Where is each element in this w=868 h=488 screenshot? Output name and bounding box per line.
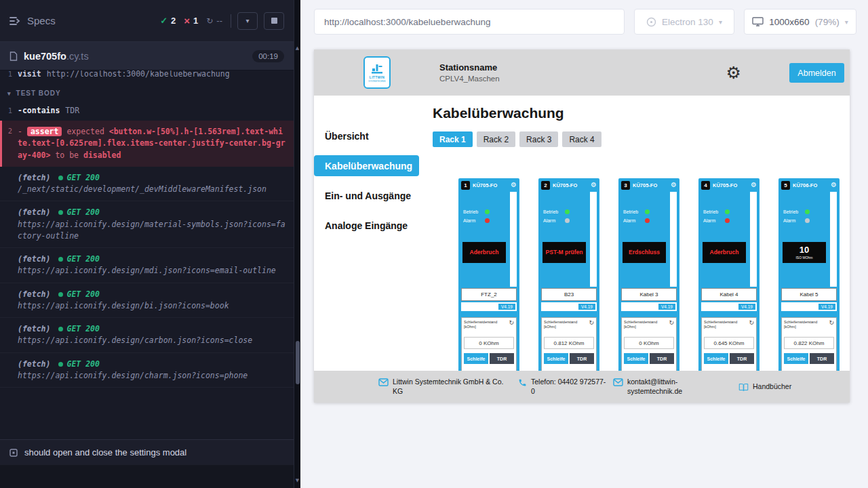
schleife-button[interactable]: Schleife — [704, 353, 728, 364]
assert-to-be: to be — [55, 150, 79, 160]
tab-rack-2[interactable]: Rack 2 — [477, 131, 515, 147]
command-number: 1 — [0, 106, 18, 115]
betrieb-label: Betrieb — [783, 209, 805, 214]
command-arg: http://localhost:3000/kabelueberwachung — [47, 70, 230, 79]
fetch-label: (fetch) — [18, 254, 50, 264]
command-visit[interactable]: 1 visithttp://localhost:3000/kabelueberw… — [0, 70, 294, 82]
tdr-button[interactable]: TDR — [730, 353, 754, 364]
reporter-scrollbar[interactable]: ▲ ▼ — [294, 0, 300, 488]
tab-rack-4[interactable]: Rack 4 — [562, 131, 601, 147]
loop-resistance-label: Schleifenwiderstand [kOhm] — [784, 320, 827, 329]
command-contains[interactable]: 1 -containsTDR — [0, 102, 294, 119]
status-display: Erdschluss — [623, 242, 666, 263]
card-gear-icon[interactable]: ⚙ — [591, 182, 597, 188]
betrieb-led — [485, 209, 490, 214]
electron-icon — [646, 17, 656, 27]
fetch-log-entry[interactable]: (fetch)GET 200 https://api.iconify.desig… — [0, 201, 294, 248]
card-number: 2 — [541, 181, 550, 190]
refresh-icon[interactable]: ↻ — [749, 320, 754, 326]
refresh-icon[interactable]: ↻ — [829, 320, 834, 326]
browser-select[interactable]: Electron 130 ▾ — [634, 9, 734, 35]
fetch-label: (fetch) — [18, 359, 50, 369]
status-display: PST-M prüfen — [542, 242, 586, 263]
nav-item-analoge-eingaenge[interactable]: Analoge Eingänge — [314, 215, 419, 236]
scroll-down-icon[interactable]: ▼ — [294, 476, 300, 485]
card-number: 3 — [621, 181, 630, 190]
footer-phone: Telefon: 04402 972577-0 — [518, 378, 613, 396]
fetch-log-entry[interactable]: (fetch)GET 200 /_next/static/development… — [0, 167, 294, 202]
card-gear-icon[interactable]: ⚙ — [671, 182, 677, 188]
schleife-button[interactable]: Schleife — [544, 353, 568, 364]
test-box-icon — [9, 449, 18, 457]
loop-resistance-value: 0.812 KOhm — [544, 337, 594, 349]
alarm-led — [565, 218, 570, 223]
stop-run-button[interactable] — [264, 12, 284, 30]
tdr-button[interactable]: TDR — [570, 353, 594, 364]
tab-rack-1[interactable]: Rack 1 — [433, 131, 473, 147]
card-gear-icon[interactable]: ⚙ — [751, 182, 757, 188]
measurement-panel: Schleifenwiderstand [kOhm]↻ 0 KOhm Schle… — [461, 317, 517, 371]
app-header: LITTWIN SYSTEMTECHNIK Stationsname CPLV4… — [314, 49, 850, 96]
loop-resistance-value: 0 KOhm — [464, 337, 514, 349]
tdr-button[interactable]: TDR — [490, 353, 514, 364]
fetch-status: GET 200 — [66, 324, 99, 333]
footer-email[interactable]: kontakt@littwin-systemtechnik.de — [613, 378, 735, 396]
sidebar-nav: Übersicht Kabelüberwachung Ein- und Ausg… — [314, 96, 419, 371]
scroll-up-icon[interactable]: ▲ — [294, 43, 300, 53]
pending-test-item[interactable]: should open and close the settings modal — [0, 439, 294, 465]
tdr-button[interactable]: TDR — [650, 353, 674, 364]
refresh-icon[interactable]: ↻ — [669, 320, 674, 326]
settings-gear-icon[interactable]: ⚙ — [726, 64, 741, 81]
firmware-version: V4.19 — [818, 304, 835, 310]
card-gear-icon[interactable]: ⚙ — [831, 182, 837, 188]
cable-name: Kabel 5 — [781, 288, 837, 301]
tab-rack-3[interactable]: Rack 3 — [519, 131, 558, 147]
fetch-log-entry[interactable]: (fetch)GET 200 https://api.iconify.desig… — [0, 318, 294, 353]
card-model: KÜ705-FO — [713, 182, 748, 188]
nav-item-ein-und-ausgaenge[interactable]: Ein- und Ausgänge — [314, 185, 419, 206]
alarm-label: Alarm — [463, 218, 485, 223]
loop-resistance-label: Schleifenwiderstand [kOhm] — [624, 320, 667, 329]
scrollbar-thumb[interactable] — [296, 341, 300, 384]
status-display: Aderbruch — [462, 242, 506, 263]
logout-button[interactable]: Abmelden — [789, 63, 844, 83]
app-frame: LITTWIN SYSTEMTECHNIK Stationsname CPLV4… — [314, 49, 850, 403]
nav-item-kabelueberwachung[interactable]: Kabelüberwachung — [314, 155, 419, 176]
fetch-status: GET 200 — [66, 254, 99, 264]
test-body-header[interactable]: ▾ TEST BODY — [0, 82, 294, 102]
specs-button[interactable]: Specs — [9, 15, 56, 26]
viewport-collapse-button[interactable]: ▾ — [237, 12, 258, 30]
aut-area: Electron 130 ▾ 1000x660 (79%) ▾ LITTWIN … — [300, 0, 868, 488]
panel-bottom-filler — [0, 465, 294, 488]
refresh-icon[interactable]: ↻ — [589, 320, 594, 326]
failed-assert-row[interactable]: 2 - assertexpected <button.w-[50%].h-[1.… — [0, 121, 294, 167]
fetch-log-entry[interactable]: (fetch)GET 200 https://api.iconify.desig… — [0, 248, 294, 283]
logo-subtext: SYSTEMTECHNIK — [368, 80, 386, 83]
nav-item-uebersicht[interactable]: Übersicht — [314, 125, 419, 146]
viewport-select[interactable]: 1000x660 (79%) ▾ — [744, 9, 856, 35]
refresh-icon[interactable]: ↻ — [509, 320, 514, 326]
test-stats: ✓2 ×1 ↻-- ▾ — [152, 12, 284, 30]
spec-file-row[interactable]: kue705fo.cy.ts 00:19 — [0, 42, 294, 70]
url-input[interactable] — [314, 9, 625, 35]
firmware-version: V4.19 — [738, 304, 755, 310]
device-card-1: 1KÜ705-FO⚙ Betrieb Alarm Aderbruch FTZ_2… — [458, 178, 519, 371]
alarm-label: Alarm — [543, 218, 565, 223]
spec-name: kue705fo.cy.ts — [24, 51, 89, 62]
viewport-zoom: (79%) — [815, 17, 840, 27]
success-dot-icon — [58, 362, 63, 367]
measurement-panel: Schleifenwiderstand [kOhm]↻ 0 KOhm Schle… — [621, 317, 677, 371]
tdr-button[interactable]: TDR — [810, 353, 834, 364]
schleife-button[interactable]: Schleife — [784, 353, 808, 364]
schleife-button[interactable]: Schleife — [464, 353, 488, 364]
pending-stat: ↻-- — [206, 16, 222, 26]
fetch-log-entry[interactable]: (fetch)GET 200 https://api.iconify.desig… — [0, 283, 294, 319]
station-label: Stationsname — [439, 62, 500, 73]
success-dot-icon — [58, 210, 63, 215]
fetch-log-entry[interactable]: (fetch)GET 200 https://api.iconify.desig… — [0, 353, 294, 388]
card-gear-icon[interactable]: ⚙ — [511, 182, 517, 188]
device-card-3: 3KÜ705-FO⚙ Betrieb Alarm Erdschluss Kabe… — [618, 178, 679, 371]
schleife-button[interactable]: Schleife — [624, 353, 648, 364]
status-unit: ISO MOhm — [795, 256, 812, 260]
footer-manuals-link[interactable]: Handbücher — [738, 382, 791, 392]
